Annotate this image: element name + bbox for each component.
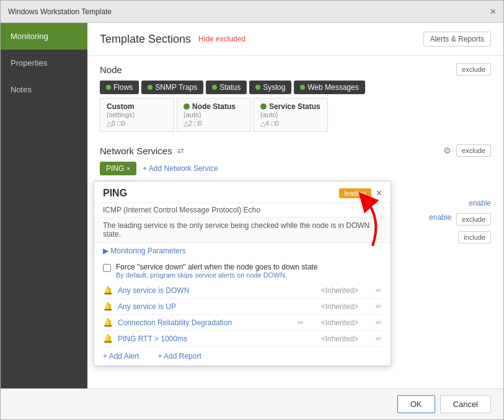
green-dot-icon — [183, 103, 190, 110]
page-title: Template Sections — [100, 33, 191, 46]
alerts-reports-button[interactable]: Alerts & Reports — [423, 32, 491, 46]
ping-leading-info: The leading service is the only service … — [94, 217, 391, 243]
network-services-section: Network Services ⇄ ⚙ exclude PING × + Ad… — [87, 139, 503, 183]
monitoring-params-link[interactable]: ▶ Monitoring Parameters — [94, 243, 391, 259]
main-dialog: Windows Workstation Template × Monitorin… — [0, 0, 504, 420]
sidebar-item-notes[interactable]: Notes — [1, 76, 87, 103]
alert-inherited: <Inherited> — [309, 335, 371, 343]
alert-inherited: <Inherited> — [309, 318, 371, 327]
edit-icon[interactable]: ✏ — [376, 318, 382, 327]
dialog-footer: OK Cancel — [1, 388, 503, 419]
sidebar-item-monitoring[interactable]: Monitoring — [1, 23, 87, 50]
content-area: Template Sections Hide excluded Alerts &… — [87, 23, 503, 388]
alert-name[interactable]: Any service is DOWN — [118, 286, 304, 295]
ping-popup-header: PING leading × — [94, 182, 391, 203]
sidebar-item-properties[interactable]: Properties — [1, 50, 87, 76]
ns-header: Network Services ⇄ ⚙ exclude — [100, 144, 491, 157]
force-check-sub: By default, program skips service alerts… — [116, 271, 317, 279]
content-header: Template Sections Hide excluded Alerts &… — [87, 23, 503, 56]
service-status-card[interactable]: Service Status (auto) △4 □0 — [254, 98, 328, 132]
add-report-link[interactable]: + Add Report — [157, 352, 201, 361]
badge-dot — [300, 85, 305, 90]
edit-icon[interactable]: ✏ — [376, 335, 382, 343]
ns-title: Network Services — [100, 146, 172, 156]
node-status-card[interactable]: Node Status (auto) △2 □0 — [177, 98, 251, 132]
green-dot-icon — [260, 103, 267, 110]
cancel-button[interactable]: Cancel — [440, 395, 491, 413]
alert-row: 🔔 Any service is DOWN <Inherited> ✏ — [103, 282, 382, 299]
force-check-main: Force "service down" alert when the node… — [116, 263, 317, 271]
title-bar: Windows Workstation Template × — [1, 1, 503, 23]
web-messages-badge[interactable]: Web Messages — [294, 81, 365, 94]
alerts-table: 🔔 Any service is DOWN <Inherited> ✏ 🔔 An… — [94, 282, 391, 347]
add-row: + Add Alert + Add Report — [94, 347, 391, 365]
badge-dot — [212, 85, 217, 90]
ping-subtitle: ICMP (Internet Control Message Protocol)… — [94, 203, 391, 217]
ok-button[interactable]: OK — [397, 395, 435, 413]
ping-popup-title: PING — [103, 188, 127, 199]
node-section-header: Node exclude — [100, 63, 491, 76]
ping-tab[interactable]: PING × — [100, 162, 136, 175]
force-check-checkbox[interactable] — [103, 264, 111, 272]
edit-icon-2[interactable]: ✏ — [298, 318, 304, 327]
sidebar: Monitoring Properties Notes — [1, 23, 87, 388]
bell-icon: 🔔 — [103, 286, 113, 295]
gear-icon[interactable]: ⚙ — [443, 146, 451, 155]
badge-dot — [148, 85, 153, 90]
dialog-title: Windows Workstation Template — [8, 7, 112, 16]
enable-link-2[interactable]: enable — [429, 213, 451, 225]
alert-name[interactable]: Connection Reliability Degradation — [118, 318, 293, 327]
snmp-traps-badge[interactable]: SNMP Traps — [141, 81, 203, 94]
alert-row: 🔔 Any service is UP <Inherited> ✏ — [103, 299, 382, 315]
alert-inherited: <Inherited> — [309, 302, 371, 311]
badge-dot — [255, 85, 260, 90]
add-network-service-button[interactable]: + Add Network Service — [138, 162, 223, 175]
ping-tab-close[interactable]: × — [126, 165, 130, 172]
bell-icon: 🔔 — [103, 334, 113, 343]
alert-name[interactable]: Any service is UP — [118, 302, 304, 311]
bell-icon: 🔔 — [103, 318, 113, 327]
node-section: Node exclude Flows SNMP Traps Status — [87, 56, 503, 139]
refresh-icon[interactable]: ⇄ — [177, 146, 184, 155]
node-exclude-button[interactable]: exclude — [456, 63, 491, 76]
status-cards: Custom (settings) △0 □0 Node Status (aut… — [100, 98, 491, 132]
alert-row: 🔔 PING RTT > 1000ms <Inherited> ✏ — [103, 331, 382, 347]
ns-exclude-button[interactable]: exclude — [456, 144, 491, 157]
ping-popup-close-button[interactable]: × — [376, 188, 382, 199]
edit-icon[interactable]: ✏ — [376, 286, 382, 295]
syslog-badge[interactable]: Syslog — [249, 81, 291, 94]
status-badge[interactable]: Status — [206, 81, 247, 94]
alert-row: 🔔 Connection Reliability Degradation ✏ <… — [103, 315, 382, 331]
leading-badge: leading — [339, 188, 371, 198]
custom-status-card[interactable]: Custom (settings) △0 □0 — [100, 98, 174, 132]
node-title: Node — [100, 64, 122, 75]
dialog-close-button[interactable]: × — [490, 7, 496, 17]
badge-row: Flows SNMP Traps Status Syslog — [100, 81, 491, 94]
force-check-row: Force "service down" alert when the node… — [94, 259, 391, 282]
alert-inherited: <Inherited> — [309, 286, 371, 295]
bell-icon: 🔔 — [103, 302, 113, 311]
include-button[interactable]: include — [458, 231, 491, 243]
tab-bar: PING × + Add Network Service — [100, 162, 491, 175]
enable-link[interactable]: enable — [469, 199, 491, 208]
hide-excluded-link[interactable]: Hide excluded — [198, 35, 245, 43]
alert-name[interactable]: PING RTT > 1000ms — [118, 335, 304, 343]
badge-dot — [106, 85, 111, 90]
ping-popup: PING leading × ICMP (Internet Control Me… — [94, 181, 391, 366]
exclude-btn-2[interactable]: exclude — [456, 213, 491, 225]
add-alert-link[interactable]: + Add Alert — [103, 352, 139, 361]
flows-badge[interactable]: Flows — [100, 81, 139, 94]
main-layout: Monitoring Properties Notes Template Sec… — [1, 23, 503, 388]
edit-icon[interactable]: ✏ — [376, 302, 382, 311]
